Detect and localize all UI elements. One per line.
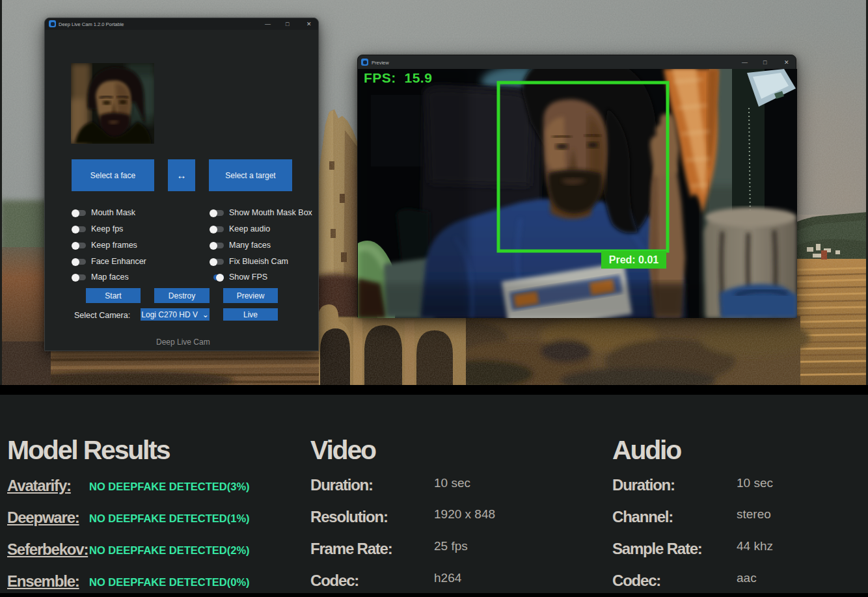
svg-text:FPS: 15.9: FPS: 15.9 — [364, 70, 432, 85]
svg-text:Pred: 0.01: Pred: 0.01 — [609, 254, 659, 265]
